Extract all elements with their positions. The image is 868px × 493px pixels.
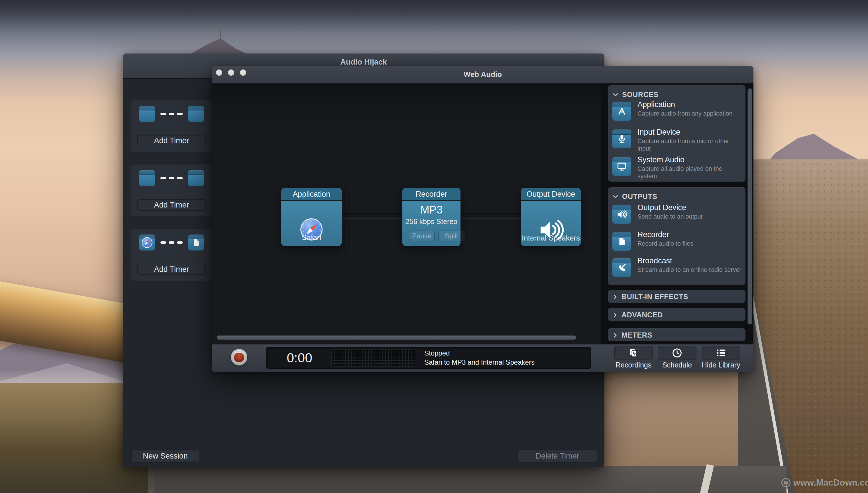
session-display: 0:00 Stopped Safari to MP3 and Internal … bbox=[266, 347, 591, 369]
add-timer-button[interactable]: Add Timer bbox=[137, 199, 206, 211]
connection-dashes bbox=[160, 177, 183, 179]
window-web-audio: Web Audio Application bbox=[212, 66, 753, 372]
sources-section: SOURCES Application Capture audio from a… bbox=[608, 85, 745, 181]
output-device-label: Internal Speakers bbox=[521, 234, 581, 242]
status-text: Stopped bbox=[424, 349, 450, 357]
session-card[interactable]: Add Timer bbox=[131, 165, 212, 216]
watermark-text: www.MacDown.com bbox=[793, 478, 868, 488]
session-card[interactable]: Add Timer bbox=[131, 100, 212, 152]
chevron-down-icon bbox=[612, 194, 619, 200]
vertical-scrollbar[interactable] bbox=[747, 88, 752, 324]
built-in-effects-section[interactable]: BUILT-IN EFFECTS bbox=[608, 290, 745, 303]
output-block-icon bbox=[188, 106, 204, 122]
display-icon bbox=[612, 157, 631, 176]
block-header: Application bbox=[281, 188, 342, 200]
hide-library-label: Hide Library bbox=[692, 361, 749, 369]
hide-library-button[interactable] bbox=[702, 346, 740, 360]
titlebar-web-audio[interactable]: Web Audio bbox=[212, 66, 753, 84]
clock-icon bbox=[671, 347, 683, 359]
horizontal-scrollbar[interactable] bbox=[217, 335, 576, 340]
pipeline-summary: Safari to MP3 and Internal Speakers bbox=[424, 358, 534, 366]
chevron-right-icon bbox=[612, 312, 618, 318]
outputs-section: OUTPUTS Output Device Send audio to an o… bbox=[608, 187, 745, 285]
application-block[interactable]: Application bbox=[281, 188, 342, 246]
meters-section[interactable]: METERS bbox=[608, 328, 745, 341]
library-item-broadcast[interactable]: Broadcast Stream audio to an online radi… bbox=[612, 258, 742, 286]
watermark: M www.MacDown.com bbox=[781, 478, 868, 488]
recorder-format: MP3 bbox=[402, 204, 461, 216]
level-meter-grid bbox=[331, 349, 416, 367]
outputs-section-header[interactable]: OUTPUTS bbox=[612, 192, 658, 201]
microphone-icon bbox=[612, 129, 631, 148]
delete-timer-button[interactable]: Delete Timer bbox=[518, 449, 597, 463]
library-item-output-device[interactable]: Output Device Send audio to an output bbox=[612, 205, 742, 233]
pause-button[interactable]: Pause bbox=[409, 231, 435, 241]
mountain-antenna bbox=[220, 30, 221, 40]
library-sidebar: SOURCES Application Capture audio from a… bbox=[601, 84, 753, 344]
recordings-icon bbox=[628, 347, 639, 359]
source-app-label: Safari bbox=[281, 233, 342, 242]
audio-pipe bbox=[460, 213, 522, 219]
session-card[interactable]: Add Timer bbox=[131, 229, 212, 281]
window-title: Web Audio bbox=[212, 70, 753, 79]
library-item-recorder[interactable]: Recorder Record audio to files bbox=[612, 231, 742, 260]
chevron-down-icon bbox=[612, 92, 619, 98]
recorder-detail: 256 kbps Stereo bbox=[402, 217, 461, 226]
advanced-section[interactable]: ADVANCED bbox=[608, 308, 745, 321]
safari-icon bbox=[139, 235, 155, 251]
chevron-right-icon bbox=[612, 294, 618, 300]
desktop: M www.MacDown.com Audio Hijack Add Timer… bbox=[0, 0, 868, 493]
new-session-button[interactable]: New Session bbox=[131, 449, 200, 463]
add-timer-button[interactable]: Add Timer bbox=[137, 135, 206, 146]
transport-bar: 0:00 Stopped Safari to MP3 and Internal … bbox=[212, 344, 753, 372]
connection-dashes bbox=[160, 241, 183, 244]
list-icon bbox=[715, 347, 727, 359]
source-block-icon bbox=[139, 170, 155, 186]
block-header: Output Device bbox=[521, 188, 581, 200]
recordings-button[interactable] bbox=[614, 346, 653, 360]
watermark-logo-icon: M bbox=[781, 478, 790, 487]
speaker-icon bbox=[612, 205, 631, 224]
window-title: Audio Hijack bbox=[123, 58, 604, 67]
audio-pipe bbox=[342, 213, 403, 219]
library-item-application[interactable]: Application Capture audio from any appli… bbox=[612, 101, 742, 130]
connection-dashes bbox=[160, 113, 183, 115]
file-icon bbox=[612, 232, 631, 251]
output-block-icon bbox=[188, 170, 204, 186]
source-block-icon bbox=[139, 106, 155, 122]
file-icon bbox=[188, 235, 204, 251]
chevron-right-icon bbox=[612, 333, 618, 338]
record-button[interactable] bbox=[231, 349, 247, 365]
schedule-button[interactable] bbox=[658, 346, 697, 360]
block-header: Recorder bbox=[402, 188, 461, 200]
library-item-input-device[interactable]: Input Device Capture audio from a mic or… bbox=[612, 129, 742, 157]
satellite-dish-icon bbox=[612, 258, 631, 277]
application-icon bbox=[612, 102, 631, 121]
elapsed-time: 0:00 bbox=[267, 347, 332, 368]
sources-section-header[interactable]: SOURCES bbox=[612, 90, 659, 99]
add-timer-button[interactable]: Add Timer bbox=[137, 263, 206, 275]
output-device-block[interactable]: Output Device Internal Speakers bbox=[521, 188, 581, 246]
recorder-block[interactable]: Recorder MP3 256 kbps Stereo Pause Split bbox=[402, 188, 461, 246]
pipeline-canvas[interactable]: Application bbox=[212, 84, 601, 344]
library-item-system-audio[interactable]: System Audio Capture all audio played on… bbox=[612, 156, 742, 185]
split-button[interactable]: Split bbox=[438, 231, 464, 241]
